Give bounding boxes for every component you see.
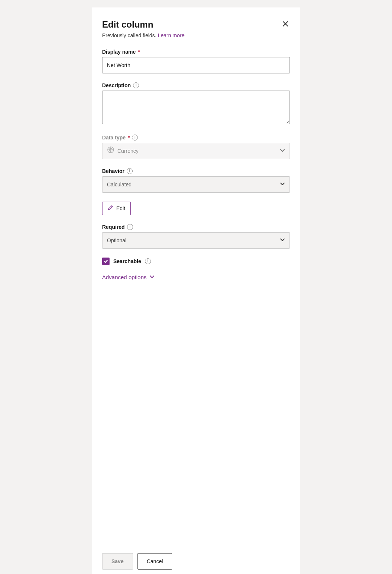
display-name-group: Display name * (102, 49, 290, 73)
description-info-icon: i (133, 82, 139, 88)
searchable-info-icon: i (145, 258, 151, 264)
cancel-button[interactable]: Cancel (137, 553, 173, 570)
required-label: Required i (102, 224, 290, 230)
pencil-icon (108, 205, 113, 212)
save-button[interactable]: Save (102, 553, 133, 570)
advanced-options-chevron-icon (149, 274, 155, 281)
currency-icon (107, 146, 114, 155)
searchable-checkbox[interactable] (102, 258, 110, 265)
data-type-select[interactable]: Currency (102, 143, 290, 159)
edit-column-panel: Edit column Previously called fields. Le… (92, 7, 300, 574)
required-info-icon: i (127, 224, 133, 230)
display-name-input[interactable] (102, 57, 290, 73)
panel-title: Edit column (102, 19, 153, 30)
behavior-info-icon: i (127, 168, 133, 174)
close-button[interactable] (281, 19, 290, 28)
advanced-options-label: Advanced options (102, 274, 146, 280)
searchable-label: Searchable (113, 258, 141, 264)
footer: Save Cancel (102, 544, 290, 570)
data-type-required-star: * (128, 135, 130, 141)
description-label: Description i (102, 82, 290, 88)
advanced-options-row[interactable]: Advanced options (102, 274, 290, 281)
behavior-value: Calculated (107, 182, 132, 187)
close-icon (282, 21, 288, 27)
required-select[interactable]: Optional (102, 232, 290, 249)
data-type-value: Currency (117, 148, 139, 154)
required-star: * (138, 49, 140, 55)
behavior-group: Behavior i Calculated (102, 168, 290, 193)
description-group: Description i (102, 82, 290, 126)
behavior-chevron-icon (280, 181, 285, 187)
edit-button-label: Edit (116, 205, 125, 211)
required-group: Required i Optional (102, 224, 290, 249)
data-type-group: Data type * i Currency (102, 135, 290, 159)
searchable-row: Searchable i (102, 258, 290, 265)
data-type-label: Data type * i (102, 135, 290, 141)
behavior-label: Behavior i (102, 168, 290, 174)
edit-button[interactable]: Edit (102, 202, 131, 215)
checkmark-icon (104, 259, 108, 264)
content-spacer (102, 290, 290, 544)
data-type-chevron-icon (280, 148, 285, 154)
required-value: Optional (107, 237, 126, 243)
edit-button-group: Edit (102, 202, 290, 215)
description-textarea[interactable] (102, 91, 290, 124)
behavior-select[interactable]: Calculated (102, 176, 290, 193)
data-type-info-icon: i (132, 135, 138, 141)
display-name-label: Display name * (102, 49, 290, 55)
learn-more-link[interactable]: Learn more (158, 32, 184, 38)
subtitle: Previously called fields. Learn more (102, 32, 290, 38)
panel-header: Edit column (102, 19, 290, 30)
required-chevron-icon (280, 237, 285, 243)
